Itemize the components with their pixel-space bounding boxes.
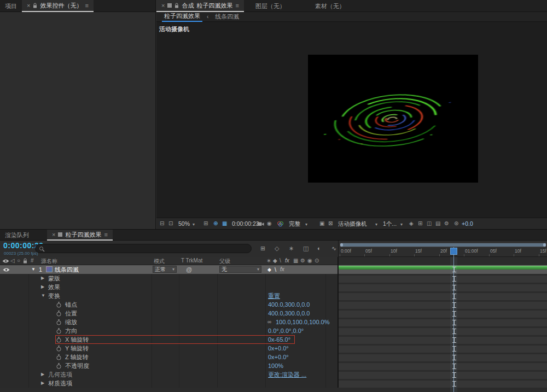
switch-header-quality-icon[interactable]: \ — [280, 258, 281, 264]
track-row[interactable] — [339, 335, 547, 344]
snapshot-camera-icon[interactable] — [257, 221, 264, 226]
column-header-trkmat[interactable]: T TrkMat — [181, 258, 202, 264]
property-value[interactable]: 0x+0.0° — [268, 353, 289, 361]
stopwatch-icon[interactable] — [56, 346, 61, 352]
stopwatch-icon[interactable] — [56, 302, 61, 308]
track-row[interactable] — [339, 274, 547, 283]
property-name[interactable]: 位置 — [65, 309, 77, 318]
tab-layer[interactable]: 图层（无） — [251, 0, 290, 12]
viewer-tab-nested-comp[interactable]: 线条四溅 — [213, 12, 241, 22]
comp-mini-flowchart-icon[interactable]: ⊞ — [260, 245, 265, 252]
track-row[interactable] — [339, 291, 547, 300]
panel-menu-icon[interactable]: ≡ — [235, 2, 238, 9]
parent-pickwhip-icon[interactable]: @ — [186, 265, 192, 274]
property-name[interactable]: 锚点 — [65, 300, 77, 309]
group-row-masks[interactable]: ▶ 蒙版 — [0, 274, 337, 283]
stopwatch-icon[interactable] — [56, 311, 61, 317]
lock-icon[interactable] — [174, 3, 179, 8]
timeline-search-input[interactable] — [49, 245, 246, 252]
change-renderer-link[interactable]: 更改:渲染器 ... — [268, 370, 306, 379]
column-header-number[interactable]: # — [31, 258, 34, 264]
property-value[interactable]: 0.0°,0.0°,0.0° — [268, 326, 304, 335]
track-row[interactable] — [339, 318, 547, 326]
switch-header-adjustment-icon[interactable]: ◉ — [307, 258, 312, 264]
blend-mode-dropdown[interactable]: 正常▾ — [153, 266, 177, 273]
time-navigator-bar[interactable] — [340, 243, 546, 247]
column-header-source-name[interactable]: 源名称 — [41, 258, 57, 265]
chevron-down-icon[interactable]: ▾ — [400, 222, 403, 227]
pixel-aspect-icon[interactable]: ◈ — [409, 220, 414, 226]
group-name[interactable]: 蒙版 — [48, 274, 60, 283]
tab-render-queue[interactable]: 渲染队列 — [0, 230, 34, 241]
fast-preview-icon[interactable]: ⊞ — [418, 220, 422, 226]
switch-header-frame-blend-icon[interactable]: ▦ — [293, 258, 298, 264]
property-value[interactable]: 100.0,100.0,100.0% — [276, 318, 329, 326]
switch-header-3d-icon[interactable]: ⊙ — [315, 258, 319, 264]
track-row[interactable] — [339, 344, 547, 353]
tab-effect-controls[interactable]: × 效果控件（无） ≡ — [22, 0, 94, 12]
current-time-display[interactable]: 0:00:00:23 — [232, 220, 259, 227]
track-row[interactable] — [339, 326, 547, 335]
track-row[interactable] — [339, 361, 547, 370]
composition-viewport[interactable] — [308, 55, 478, 183]
layer-duration-track[interactable] — [339, 265, 547, 274]
frame-blend-icon[interactable]: ◫ — [303, 245, 309, 252]
channel-settings-icon[interactable] — [277, 221, 284, 227]
stopwatch-icon[interactable] — [56, 354, 61, 360]
property-row-anchor-point[interactable]: 锚点 400.0,300.0,0.0 — [0, 300, 337, 309]
resolution-select[interactable]: 完整 — [289, 220, 300, 228]
solo-column-icon[interactable]: ○ — [17, 258, 20, 264]
group-name[interactable]: 效果 — [48, 283, 60, 291]
property-row-orientation[interactable]: 方向 0.0°,0.0°,0.0° — [0, 326, 337, 335]
switch-header-collapse-icon[interactable]: ◆ — [273, 258, 277, 264]
expand-triangle-icon[interactable]: ▶ — [41, 274, 44, 283]
property-value[interactable]: 400.0,300.0,0.0 — [268, 309, 310, 318]
layer-visibility-eye-icon[interactable] — [3, 267, 10, 272]
property-value[interactable]: 100% — [268, 361, 283, 370]
view-layout-select[interactable]: 1个... — [383, 220, 397, 228]
property-name[interactable]: Z 轴旋转 — [65, 353, 89, 361]
track-row[interactable] — [339, 300, 547, 309]
panel-menu-icon[interactable]: ≡ — [104, 231, 107, 238]
collapse-triangle-icon[interactable]: ▼ — [41, 291, 45, 300]
group-row-transform[interactable]: ▼ 变换 重置 — [0, 291, 337, 300]
group-row-geometry-options[interactable]: ▶ 几何选项 更改:渲染器 ... — [0, 370, 337, 379]
lock-icon[interactable] — [33, 3, 37, 8]
grid-guides-icon[interactable]: ⊞ — [203, 220, 208, 226]
audio-column-icon[interactable]: ◁ — [10, 258, 15, 264]
video-column-eye-icon[interactable] — [2, 259, 9, 264]
layer-collapse-switch-icon[interactable]: ◆ — [267, 265, 271, 274]
close-icon[interactable]: × — [161, 2, 165, 9]
transparency-grid-icon[interactable]: ▦ — [222, 220, 227, 226]
column-header-mode[interactable]: 模式 — [154, 258, 165, 265]
constrain-link-icon[interactable]: ∞ — [267, 318, 271, 326]
draft-3d-icon[interactable]: ◇ — [275, 245, 279, 252]
group-row-material-options[interactable]: ▶ 材质选项 — [0, 379, 337, 388]
layer-row-selected[interactable]: ▼ 1 线条四溅 正常▾ @ 无▾ ◆ \ fx — [0, 265, 337, 274]
tab-project[interactable]: 项目 — [0, 0, 22, 12]
property-row-opacity[interactable]: 不透明度 100% — [0, 361, 337, 370]
panel-menu-icon[interactable]: ≡ — [85, 2, 88, 9]
track-row[interactable] — [339, 353, 547, 361]
graph-editor-icon[interactable]: ∿ — [331, 245, 336, 252]
mask-visibility-icon[interactable]: ⊕ — [213, 220, 218, 226]
lock-column-icon[interactable] — [23, 258, 27, 264]
parent-dropdown[interactable]: 无▾ — [219, 266, 261, 273]
stopwatch-icon[interactable] — [56, 328, 61, 334]
time-ruler[interactable]: 0:00f 05f 10f 15f 20f 01:00f 05f 10f 15f — [338, 241, 547, 257]
property-value[interactable]: 0x+0.0° — [268, 344, 289, 353]
timeline-panel-icon[interactable]: ◫ — [427, 220, 432, 226]
timeline-search-box[interactable] — [35, 244, 252, 253]
device-preview-icon[interactable]: ⊡ — [168, 220, 173, 226]
group-name[interactable]: 变换 — [48, 291, 60, 300]
close-icon[interactable]: × — [52, 231, 55, 238]
property-name[interactable]: Y 轴旋转 — [65, 344, 89, 353]
property-row-z-rotation[interactable]: Z 轴旋转 0x+0.0° — [0, 353, 337, 361]
group-row-effects[interactable]: ▶ 效果 — [0, 283, 337, 291]
3d-view-select[interactable]: 活动摄像机 — [338, 220, 367, 228]
property-name[interactable]: 缩放 — [65, 318, 77, 326]
close-icon[interactable]: × — [27, 2, 30, 9]
toggle-transparency-icon[interactable]: ⊠ — [328, 220, 333, 226]
layer-fx-switch-icon[interactable]: fx — [280, 265, 284, 274]
tab-footage[interactable]: 素材（无） — [310, 0, 350, 12]
